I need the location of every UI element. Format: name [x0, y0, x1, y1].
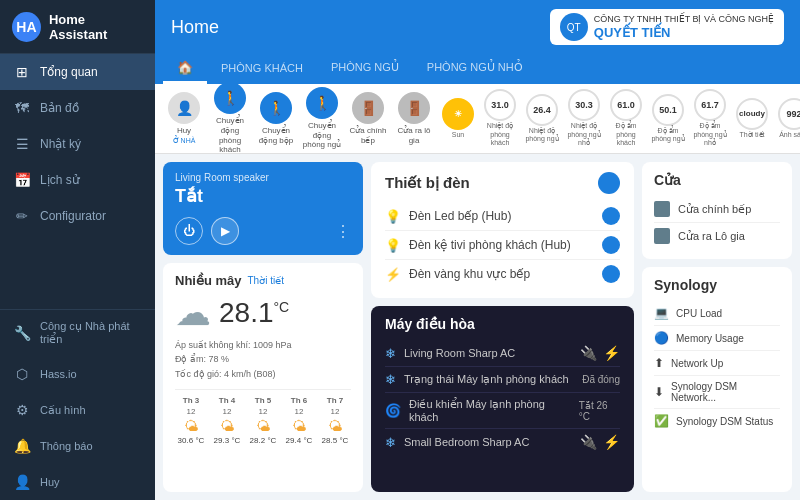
sidebar-item-notifications[interactable]: 🔔 Thông báo — [0, 428, 155, 464]
speaker-power-button[interactable]: ⏻ — [175, 217, 203, 245]
tab-bedroom[interactable]: PHÒNG NGỦ — [317, 54, 413, 84]
sidebar-item-config[interactable]: ⚙ Cấu hình — [0, 392, 155, 428]
sensor-weather[interactable]: cloudy Thời tiết — [733, 98, 771, 139]
door-item-0[interactable]: Cửa chính bếp — [654, 196, 780, 223]
sidebar-item-label: Configurator — [40, 209, 106, 223]
ac-title: Máy điều hòa — [385, 316, 620, 332]
temp-living-circle: 31.0 — [484, 89, 516, 121]
light-toggle-0[interactable] — [602, 207, 620, 225]
temp-small-label: Nhiệt độ phòng ngủ nhỏ — [565, 122, 603, 147]
tab-home[interactable]: 🏠 — [163, 54, 207, 84]
lights-toggle[interactable] — [598, 172, 620, 194]
hum-small-circle: 61.7 — [694, 89, 726, 121]
door-card: Cửa Cửa chính bếp Cửa ra Lô gia — [642, 162, 792, 259]
hum-bedroom-circle: 50.1 — [652, 94, 684, 126]
door-item-1[interactable]: Cửa ra Lô gia — [654, 223, 780, 249]
door-kitchen[interactable]: 🚪 Cửa chính bếp — [347, 92, 389, 145]
mid-panel: Thiết bị đèn 💡 Đèn Led bếp (Hub) 💡 Đèn k… — [371, 162, 634, 492]
company-logo: QT — [560, 13, 588, 41]
sidebar-title: Home Assistant — [49, 12, 143, 42]
sidebar-item-label: Công cụ Nhà phát triển — [40, 320, 141, 346]
sensor-sun[interactable]: ☀ Sun — [439, 98, 477, 139]
sidebar-item-label: Hass.io — [40, 368, 77, 380]
door-balcony-label: Cửa ra lô gia — [393, 126, 435, 145]
syn-item-3[interactable]: ⬇ Synology DSM Network... — [654, 376, 780, 409]
tab-living-room[interactable]: PHÒNG KHÁCH — [207, 54, 317, 84]
sensor-temp-living[interactable]: 31.0 Nhiệt độ phòng khách — [481, 89, 519, 147]
light-label: Đèn kệ tivi phòng khách (Hub) — [409, 238, 571, 252]
hum-bedroom-label: Độ ẩm phòng ngủ — [649, 127, 687, 144]
motion-bedroom[interactable]: 🚶 Chuyển động phòng ngủ — [301, 87, 343, 150]
ac-power-icon[interactable]: 🔌 — [580, 345, 597, 361]
ac-label: Living Room Sharp AC — [404, 347, 515, 359]
ac-power-icon-3[interactable]: 🔌 — [580, 434, 597, 450]
ac-status-2: Tắt 26 °C — [579, 400, 620, 422]
company-tagline: CÔNG TY TNHH THIẾT BỊ VÀ CÔNG NGHỆ — [594, 14, 774, 26]
lights-header: Thiết bị đèn — [385, 172, 620, 194]
tab-small-bedroom[interactable]: PHÒNG NGỦ NHỎ — [413, 54, 537, 84]
forecast-day-2: Th 5 12 🌤 28.2 °C — [247, 396, 279, 445]
ac-item-3[interactable]: ❄ Small Bedroom Sharp AC 🔌 ⚡ — [385, 429, 620, 455]
sidebar-item-label: Lịch sử — [40, 173, 80, 187]
light-toggle-1[interactable] — [602, 236, 620, 254]
sidebar-item-user[interactable]: 👤 Huy — [0, 464, 155, 500]
forecast-icon-3: 🌤 — [292, 418, 306, 434]
syn-item-2[interactable]: ⬆ Network Up — [654, 351, 780, 376]
speaker-play-button[interactable]: ▶ — [211, 217, 239, 245]
syn-label: Synology DSM Network... — [671, 381, 780, 403]
ac-status-1: Đã đóng — [582, 374, 620, 385]
motion-bedroom-icon: 🚶 — [306, 87, 338, 119]
sensor-temp-small[interactable]: 30.3 Nhiệt độ phòng ngủ nhỏ — [565, 89, 603, 147]
sensor-hum-small[interactable]: 61.7 Độ ẩm phòng ngủ nhỏ — [691, 89, 729, 147]
hassio-icon: ⬡ — [14, 366, 30, 382]
tab-label: PHÒNG KHÁCH — [221, 62, 303, 74]
forecast-day-0: Th 3 12 🌤 30.6 °C — [175, 396, 207, 445]
speaker-more-button[interactable]: ⋮ — [335, 222, 351, 241]
motion-living-icon: 🚶 — [214, 84, 246, 114]
sidebar-item-map[interactable]: 🗺 Bản đồ — [0, 90, 155, 126]
sidebar-item-configurator[interactable]: ✏ Configurator — [0, 198, 155, 234]
avatar-huy: 👤 — [168, 92, 200, 124]
sun-icon: ☀ — [442, 98, 474, 130]
weather-pressure: Áp suất không khí: 1009 hPa — [175, 338, 351, 352]
ac-item-0[interactable]: ❄ Living Room Sharp AC 🔌 ⚡ — [385, 340, 620, 367]
weather-title: Nhiều mây — [175, 273, 242, 288]
sidebar-item-devtools[interactable]: 🔧 Công cụ Nhà phát triển — [0, 310, 155, 356]
light-toggle-2[interactable] — [602, 265, 620, 283]
motion-living[interactable]: 🚶 Chuyển động phòng khách — [209, 84, 251, 154]
door-balcony[interactable]: 🚪 Cửa ra lô gia — [393, 92, 435, 145]
sidebar-item-overview[interactable]: ⊞ Tổng quan — [0, 54, 155, 90]
ac-bolt-icon-3[interactable]: ⚡ — [603, 434, 620, 450]
syn-item-1[interactable]: 🔵 Memory Usage — [654, 326, 780, 351]
motion-bop[interactable]: 🚶 Chuyển động bộp — [255, 92, 297, 145]
syn-item-4[interactable]: ✅ Synology DSM Status — [654, 409, 780, 433]
syn-item-0[interactable]: 💻 CPU Load — [654, 301, 780, 326]
forecast-day-3: Th 6 12 🌤 29.4 °C — [283, 396, 315, 445]
main-content: Home QT CÔNG TY TNHH THIẾT BỊ VÀ CÔNG NG… — [155, 0, 800, 500]
sidebar-item-log[interactable]: ☰ Nhật ký — [0, 126, 155, 162]
motion-bedroom-label: Chuyển động phòng ngủ — [301, 121, 343, 150]
sensor-light[interactable]: 992 Ánh sáng — [775, 98, 800, 139]
light-item-0[interactable]: 💡 Đèn Led bếp (Hub) — [385, 202, 620, 231]
ac-item-2[interactable]: 🌀 Điều khiển Máy lạnh phòng khách Tắt 26… — [385, 393, 620, 429]
sidebar-item-label: Bản đồ — [40, 101, 79, 115]
light-item-1[interactable]: 💡 Đèn kệ tivi phòng khách (Hub) — [385, 231, 620, 260]
sidebar-item-history[interactable]: 📅 Lịch sử — [0, 162, 155, 198]
hum-living-circle: 61.0 — [610, 89, 642, 121]
door-kitchen-label: Cửa chính bếp — [347, 126, 389, 145]
ac-bolt-icon[interactable]: ⚡ — [603, 345, 620, 361]
topbar-right: QT CÔNG TY TNHH THIẾT BỊ VÀ CÔNG NGHỆ QU… — [550, 9, 784, 45]
door-kitchen-icon: 🚪 — [352, 92, 384, 124]
sensor-hum-bedroom[interactable]: 50.1 Độ ẩm phòng ngủ — [649, 94, 687, 144]
sidebar-item-hassio[interactable]: ⬡ Hass.io — [0, 356, 155, 392]
light-item-2[interactable]: ⚡ Đèn vàng khu vực bếp — [385, 260, 620, 288]
sensor-hum-living[interactable]: 61.0 Độ ẩm phòng khách — [607, 89, 645, 147]
sensor-temp-bedroom[interactable]: 26.4 Nhiệt độ phòng ngủ — [523, 94, 561, 144]
snowflake-icon-3: ❄ — [385, 435, 396, 450]
person-huy[interactable]: 👤 HuyỞ NHÀ — [163, 92, 205, 145]
sidebar-item-label: Huy — [40, 476, 60, 488]
ac-item-1[interactable]: ❄ Trạng thái Máy lạnh phòng khách Đã đón… — [385, 367, 620, 393]
weather-label: Thời tiết — [739, 131, 764, 139]
ac-controls-3: 🔌 ⚡ — [580, 434, 620, 450]
lights-card: Thiết bị đèn 💡 Đèn Led bếp (Hub) 💡 Đèn k… — [371, 162, 634, 298]
